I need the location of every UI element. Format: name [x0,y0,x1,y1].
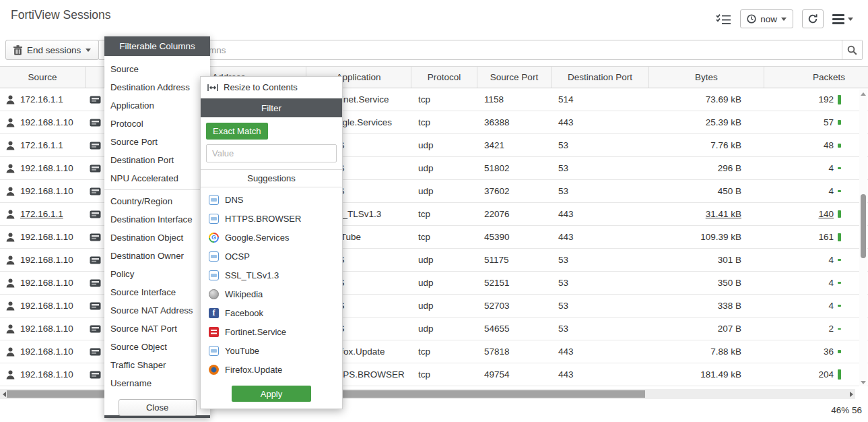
bytes-value[interactable]: 73.69 kB [706,94,741,104]
bytes-value[interactable]: 296 B [718,163,741,173]
column-menu-item[interactable]: Protocol [104,115,210,133]
packets-value[interactable]: 57 [824,117,834,127]
filter-value-input[interactable] [206,144,337,162]
bytes-value[interactable]: 31.41 kB [706,209,741,219]
source-ip[interactable]: 192.168.1.10 [20,232,73,242]
vertical-scroll-thumb[interactable] [861,194,866,258]
packets-value[interactable]: 140 [818,209,834,219]
source-ip[interactable]: 192.168.1.10 [20,278,73,288]
packets-value[interactable]: 4 [828,163,834,173]
packets-value[interactable]: 48 [824,140,834,150]
bytes-value[interactable]: 301 B [718,255,741,265]
bytes-value[interactable]: 7.88 kB [710,346,741,357]
column-menu-item[interactable]: NPU Accelerated [104,169,210,187]
column-menu-item[interactable]: Destination Address [104,78,210,96]
bytes-value[interactable]: 25.39 kB [706,117,741,127]
exact-match-button[interactable]: Exact Match [206,123,268,140]
packets-bar [838,328,841,330]
menu-button[interactable] [832,14,853,24]
packets-value[interactable]: 36 [824,346,834,357]
suggestion-item[interactable]: Google.Services [201,228,342,247]
suggestion-item[interactable]: HTTPS.BROWSER [201,209,342,228]
suggestions-list: DNS HTTPS.BROWSER Google.Services OCSP [201,187,342,382]
column-menu-item[interactable]: Traffic Shaper [104,356,210,374]
bytes-value[interactable]: 450 B [718,186,741,196]
column-menu-item[interactable]: Destination Interface [104,210,210,229]
apply-button[interactable]: Apply [232,386,311,402]
column-menu-item[interactable]: Source Port [104,133,210,151]
suggestion-item[interactable]: Firefox.Update [201,360,342,379]
scroll-up-arrow[interactable] [859,90,867,98]
search-input[interactable] [99,40,842,59]
packets-value[interactable]: 4 [828,255,834,265]
column-header-source-port[interactable]: Source Port [477,67,552,88]
end-sessions-button[interactable]: End sessions [5,40,99,60]
column-menu-item[interactable]: Source NAT Port [104,320,210,338]
column-menu-item[interactable]: Source [104,60,210,78]
source-ip[interactable]: 192.168.1.10 [20,117,73,127]
column-header-bytes[interactable]: Bytes [649,67,764,88]
column-menu-item[interactable]: Application [104,96,210,115]
resize-to-contents[interactable]: Resize to Contents [201,77,342,98]
column-menu-item[interactable]: Destination Owner [104,247,210,265]
column-header-protocol[interactable]: Protocol [411,67,477,88]
protocol: udp [411,134,477,156]
packets-value[interactable]: 192 [818,94,834,104]
column-menu-item[interactable]: Destination Port [104,151,210,169]
destination-port: 53 [552,157,649,179]
source-ip[interactable]: 192.168.1.10 [20,301,73,311]
column-header-packets[interactable]: Packets [764,67,868,88]
suggestion-item[interactable]: YouTube [201,341,342,360]
column-menu-item[interactable]: Source NAT Address [104,301,210,320]
suggestion-item[interactable]: DNS [201,190,342,209]
search-button[interactable] [842,40,862,59]
column-menu-item[interactable]: Source Object [104,338,210,356]
bytes-value[interactable]: 338 B [718,301,741,311]
bytes-value[interactable]: 350 B [718,278,741,288]
time-range-button[interactable]: now [740,9,793,28]
bytes-value[interactable]: 109.39 kB [700,232,741,242]
source-ip[interactable]: 192.168.1.10 [20,186,73,196]
packets-value[interactable]: 4 [828,278,834,288]
scroll-down-arrow[interactable] [859,378,867,386]
suggestion-item[interactable]: Facebook [201,303,342,322]
suggestion-item[interactable]: Fortinet.Service [201,322,342,341]
packets-bar [838,95,841,104]
user-icon [6,324,15,334]
close-button[interactable]: Close [119,399,197,416]
source-ip[interactable]: 192.168.1.10 [20,346,73,357]
column-menu-item[interactable]: Country/Region [104,192,210,210]
suggestion-item[interactable]: SSL_TLSv1.3 [201,266,342,284]
filter-popup: Resize to Contents Filter Exact Match Su… [200,76,343,409]
packets-value[interactable]: 204 [818,369,834,380]
source-ip[interactable]: 192.168.1.10 [20,324,73,334]
refresh-button[interactable] [802,9,824,28]
column-settings-icon[interactable] [716,13,731,25]
packets-value[interactable]: 2 [828,324,834,334]
suggestion-item[interactable]: OCSP [201,247,342,266]
column-menu-item[interactable]: Username [104,374,210,392]
bytes-value[interactable]: 7.76 kB [710,140,741,150]
source-ip[interactable]: 172.16.1.1 [20,209,63,219]
column-menu-item[interactable]: Source Interface [104,283,210,301]
source-ip[interactable]: 192.168.1.10 [20,369,73,380]
column-menu-item[interactable]: Destination Object [104,229,210,247]
vertical-scrollbar[interactable] [859,90,867,386]
source-ip[interactable]: 172.16.1.1 [20,140,63,150]
packets-value[interactable]: 161 [818,232,834,242]
column-header-source[interactable]: Source [0,67,86,88]
source-ip[interactable]: 172.16.1.1 [20,94,63,104]
source-ip[interactable]: 192.168.1.10 [20,163,73,173]
bytes-value[interactable]: 181.49 kB [700,369,741,380]
packets-value[interactable]: 4 [828,186,834,196]
scroll-right-arrow[interactable] [847,389,855,399]
bytes-value[interactable]: 207 B [718,324,741,334]
column-header-destination-port[interactable]: Destination Port [552,67,649,88]
source-ip[interactable]: 192.168.1.10 [20,255,73,265]
packets-bar [838,369,841,380]
suggestion-item[interactable]: Wikipedia [201,284,342,303]
destination-port: 443 [552,363,649,386]
column-menu-item[interactable]: Policy [104,265,210,283]
packets-value[interactable]: 4 [828,301,834,311]
source-port: 57818 [477,340,552,363]
